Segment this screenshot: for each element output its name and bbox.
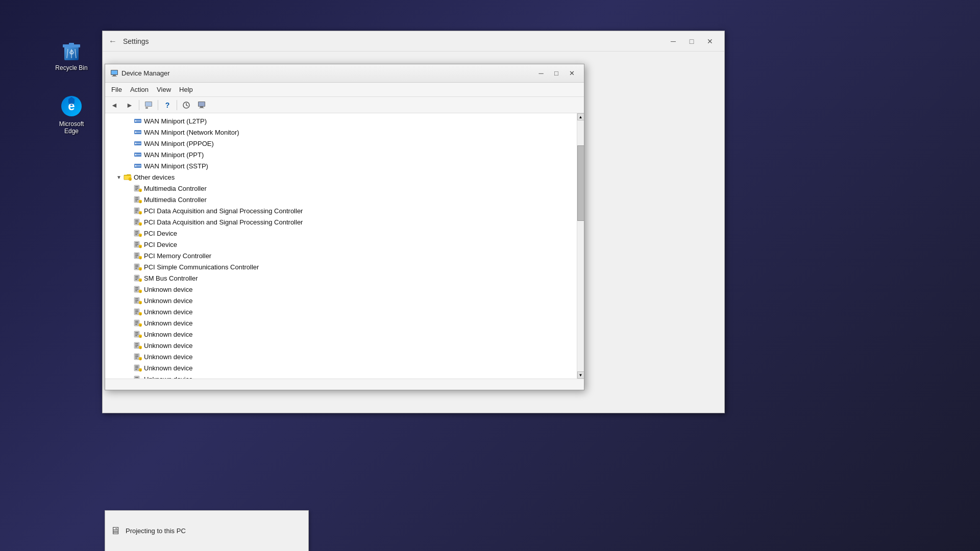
expand-icon[interactable] [126,218,133,226]
devmgr-minimize-button[interactable]: ─ [534,68,548,79]
scrollbar-up-button[interactable]: ▲ [577,113,584,120]
expand-icon[interactable] [126,353,133,360]
expand-icon[interactable] [126,230,133,237]
scrollbar-thumb[interactable] [577,145,584,221]
device-label: Unknown device [144,331,192,338]
device-icon: ! [134,218,142,226]
svg-rect-123 [135,343,138,344]
tree-item[interactable]: ▼ ! Other devices [105,171,577,183]
svg-rect-19 [200,107,203,108]
expand-icon[interactable] [126,297,133,304]
toolbar-properties-button[interactable] [141,98,156,112]
expand-icon[interactable] [126,196,133,203]
expand-icon[interactable] [126,342,133,349]
tree-item[interactable]: ! Unknown device [105,329,577,340]
expand-icon[interactable] [126,364,133,371]
tree-item[interactable]: ! PCI Memory Controller [105,250,577,261]
expand-icon[interactable] [126,263,133,270]
toolbar-update-button[interactable] [179,98,193,112]
tree-item[interactable]: WAN Miniport (Network Monitor) [105,127,577,138]
expand-icon[interactable] [126,286,133,293]
device-icon: ! [134,285,142,293]
device-tree[interactable]: WAN Miniport (L2TP) WAN Miniport (Networ… [105,113,577,379]
svg-rect-63 [135,231,138,232]
toolbar-back-button[interactable]: ◄ [107,98,121,112]
tree-item[interactable]: ! Unknown device [105,373,577,379]
expand-icon[interactable] [126,331,133,338]
tree-item[interactable]: ! Unknown device [105,306,577,317]
expand-icon[interactable] [126,162,133,169]
tree-item[interactable]: ! Unknown device [105,317,577,329]
svg-rect-81 [135,265,138,266]
svg-rect-52 [135,210,138,211]
device-manager-window: Device Manager ─ □ ✕ File Action View He… [105,64,584,390]
svg-point-25 [135,132,137,133]
devmgr-titlebar: Device Manager ─ □ ✕ [105,64,584,83]
settings-minimize-button[interactable]: ─ [665,34,681,48]
tree-item[interactable]: ! Multimedia Controller [105,194,577,205]
menu-help[interactable]: Help [175,85,197,94]
tree-item[interactable]: ! PCI Data Acquisition and Signal Proces… [105,216,577,228]
device-icon [134,139,142,147]
tree-item[interactable]: ! Unknown device [105,284,577,295]
expand-icon[interactable] [126,117,133,124]
expand-icon[interactable] [126,185,133,192]
tree-item[interactable]: WAN Miniport (PPT) [105,149,577,160]
expand-icon[interactable] [126,241,133,248]
device-label: WAN Miniport (PPPOE) [144,140,214,147]
edge-label: Microsoft Edge [53,120,90,135]
devmgr-title: Device Manager [121,69,534,77]
edge-icon-desktop[interactable]: e Microsoft Edge [51,92,92,137]
devmgr-content: WAN Miniport (L2TP) WAN Miniport (Networ… [105,113,584,379]
tree-item[interactable]: ! Unknown device [105,295,577,306]
scrollbar-down-button[interactable]: ▼ [577,371,584,379]
scrollbar-track[interactable]: ▲ ▼ [577,113,584,379]
svg-rect-65 [135,234,137,235]
tree-item[interactable]: WAN Miniport (L2TP) [105,115,577,127]
toolbar-help-button[interactable]: ? [160,98,175,112]
device-label: Multimedia Controller [144,185,207,192]
expand-icon[interactable] [126,319,133,327]
menu-file[interactable]: File [107,85,126,94]
projecting-label: Projecting to this PC [126,527,186,535]
expand-icon[interactable] [126,252,133,259]
tree-item[interactable]: ! SM Bus Controller [105,272,577,284]
tree-item[interactable]: WAN Miniport (PPPOE) [105,138,577,149]
svg-point-28 [135,143,137,144]
svg-rect-111 [135,321,138,322]
svg-rect-88 [135,278,138,279]
devmgr-maximize-button[interactable]: □ [549,68,564,79]
menu-view[interactable]: View [153,85,175,94]
recycle-bin-icon[interactable]: ♻ Recycle Bin [51,36,92,73]
svg-point-34 [135,165,137,167]
expand-icon[interactable] [126,140,133,147]
svg-rect-51 [135,209,138,210]
settings-back-button[interactable]: ← [109,37,117,46]
tree-item[interactable]: ! Unknown device [105,362,577,373]
tree-item[interactable]: ! PCI Data Acquisition and Signal Proces… [105,205,577,216]
expand-icon[interactable] [126,207,133,214]
expand-icon[interactable] [126,274,133,282]
settings-close-button[interactable]: ✕ [702,34,718,48]
expand-icon[interactable]: ▼ [115,173,122,181]
tree-item[interactable]: ! PCI Device [105,239,577,250]
expand-icon[interactable] [126,129,133,136]
device-label: PCI Data Acquisition and Signal Processi… [144,218,303,226]
svg-rect-100 [135,300,138,301]
menu-action[interactable]: Action [126,85,153,94]
svg-rect-69 [135,242,138,243]
toolbar-computer-button[interactable] [194,98,209,112]
settings-maximize-button[interactable]: □ [683,34,700,48]
tree-item[interactable]: ! PCI Simple Communications Controller [105,261,577,272]
tree-item[interactable]: ! PCI Device [105,228,577,239]
svg-rect-89 [135,279,137,280]
devmgr-close-button[interactable]: ✕ [565,68,579,79]
svg-rect-105 [135,310,138,311]
tree-item[interactable]: ! Unknown device [105,340,577,351]
expand-icon[interactable] [126,308,133,315]
tree-item[interactable]: ! Multimedia Controller [105,183,577,194]
expand-icon[interactable] [126,151,133,158]
toolbar-forward-button[interactable]: ► [122,98,137,112]
tree-item[interactable]: WAN Miniport (SSTP) [105,160,577,171]
tree-item[interactable]: ! Unknown device [105,351,577,362]
